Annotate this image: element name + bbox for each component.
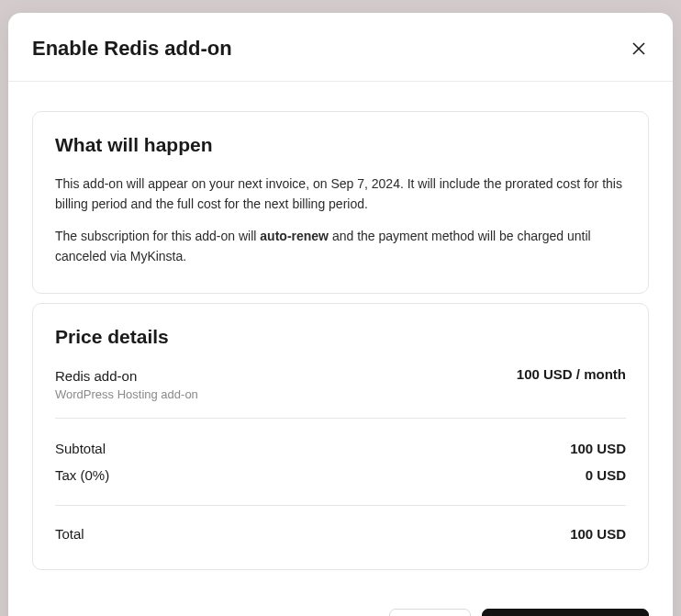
modal-title: Enable Redis add-on [32,37,232,61]
tax-row: Tax (0%) 0 USD [55,462,626,488]
cancel-button[interactable]: Cancel [389,609,471,616]
price-details-heading: Price details [55,326,626,348]
price-item-name: Redis add-on [55,366,198,386]
subtotal-value: 100 USD [570,441,626,456]
what-will-happen-description-2: The subscription for this add-on will au… [55,227,626,266]
tax-label: Tax (0%) [55,467,109,483]
enable-addon-modal: Enable Redis add-on What will happen Thi… [8,13,673,616]
tax-value: 0 USD [586,467,626,483]
close-icon [632,42,645,55]
price-details-card: Price details Redis add-on WordPress Hos… [32,303,649,570]
modal-footer: Cancel Enable Redis add-on [8,596,673,616]
price-item-row: Redis add-on WordPress Hosting add-on 10… [55,366,626,401]
what-will-happen-description-1: This add-on will appear on your next inv… [55,174,626,214]
subtotal-row: Subtotal 100 USD [55,435,626,462]
close-button[interactable] [629,39,649,59]
price-item-sub: WordPress Hosting add-on [55,387,198,401]
what-will-happen-card: What will happen This add-on will appear… [32,111,649,294]
total-label: Total [55,526,84,542]
total-value: 100 USD [570,526,626,542]
price-item-value: 100 USD / month [517,366,626,382]
total-row: Total 100 USD [55,506,626,547]
summary-section: Subtotal 100 USD Tax (0%) 0 USD [55,419,626,505]
subtotal-label: Subtotal [55,441,106,456]
modal-header: Enable Redis add-on [8,13,673,82]
enable-addon-button[interactable]: Enable Redis add-on [482,609,649,616]
what-will-happen-heading: What will happen [55,134,626,156]
modal-body: What will happen This add-on will appear… [8,82,673,596]
